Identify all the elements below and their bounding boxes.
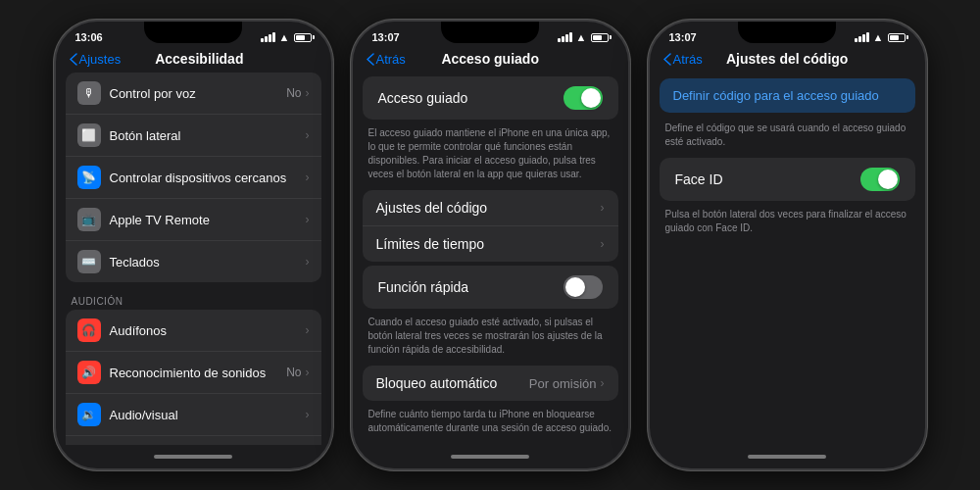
nav-title-1: Accesibilidad — [81, 51, 317, 67]
list-item[interactable]: ⌨️ Teclados › — [66, 241, 321, 282]
content-1: 🎙 Control por voz No › ⬜ Botón lateral ›… — [56, 73, 331, 445]
nav-bar-1: Ajustes Accesibilidad — [56, 49, 331, 73]
status-time-2: 13:07 — [372, 31, 400, 43]
list-group-top: 🎙 Control por voz No › ⬜ Botón lateral ›… — [66, 73, 321, 282]
face-id-desc: Pulsa el botón lateral dos veces para fi… — [650, 205, 925, 240]
chevron-icon: › — [601, 237, 605, 251]
section-audicion: AUDICIÓN — [56, 288, 331, 310]
nav-title-2: Acceso guiado — [367, 51, 614, 67]
highlight-label: Definir código para el acceso guiado — [673, 88, 902, 103]
chevron-icon: › — [601, 376, 605, 390]
list-item[interactable]: 🎧 Audífonos › — [66, 310, 321, 352]
chevron-icon: › — [306, 366, 310, 379]
battery-icon — [591, 33, 609, 42]
status-icons-2: ▲ — [558, 31, 609, 43]
wifi-icon: ▲ — [873, 31, 884, 43]
list-item[interactable]: ⬜ Botón lateral › — [66, 115, 321, 157]
chevron-icon: › — [306, 128, 310, 142]
item-icon: 🔊 — [77, 361, 101, 384]
acceso-guiado-toggle-row[interactable]: Acceso guiado — [363, 76, 618, 120]
phone-2: 13:07 ▲ Atrás Acceso guiado Acceso guiad… — [351, 20, 630, 470]
limites-tiempo-item[interactable]: Límites de tiempo › — [363, 226, 618, 262]
phone-3: 13:07 ▲ Atrás Ajustes del código Definir… — [648, 20, 927, 470]
funcion-rapida-toggle-row[interactable]: Función rápida — [363, 266, 618, 309]
define-codigo-desc: Define el código que se usará cuando el … — [650, 119, 925, 154]
list-item[interactable]: 🔊 Reconocimiento de sonidos No › — [66, 352, 321, 394]
home-indicator — [154, 455, 232, 459]
face-id-group: Face ID — [660, 158, 915, 201]
content-3: Definir código para el acceso guiado Def… — [650, 73, 925, 445]
chevron-icon: › — [306, 255, 310, 269]
home-indicator — [748, 455, 826, 459]
list-item[interactable]: 🔉 Audio/visual › — [66, 394, 321, 436]
chevron-icon: › — [306, 171, 310, 184]
p2-main-group: Acceso guiado — [363, 76, 618, 120]
item-icon: 🎧 — [77, 318, 101, 342]
bloqueo-desc: Define cuánto tiempo tarda tu iPhone en … — [353, 405, 628, 440]
phone-1: 13:06 ▲ Ajustes Accesibilidad 🎙 Control … — [54, 20, 333, 470]
list-item[interactable]: 🎙 Control por voz No › — [66, 73, 321, 115]
signal-icon — [855, 32, 869, 42]
bloqueo-right: Por omisión › — [529, 376, 605, 391]
status-time-1: 13:06 — [75, 31, 103, 43]
bottom-bar-2 — [353, 445, 628, 468]
acceso-guiado-toggle[interactable] — [564, 86, 603, 110]
status-time-3: 13:07 — [669, 31, 697, 43]
wifi-icon: ▲ — [279, 31, 290, 43]
funcion-desc: Cuando el acceso guiado esté activado, s… — [353, 313, 628, 362]
chevron-icon: › — [306, 86, 310, 100]
home-indicator — [451, 455, 529, 459]
bloqueo-automatico-item[interactable]: Bloqueo automático Por omisión › — [363, 366, 618, 401]
p2-funcion-group: Función rápida — [363, 266, 618, 309]
chevron-icon: › — [306, 408, 310, 421]
item-icon: 🎙 — [77, 81, 101, 105]
chevron-icon: › — [306, 323, 310, 337]
notch-1 — [144, 22, 242, 43]
item-icon: ⌨️ — [77, 250, 101, 273]
status-icons-1: ▲ — [261, 31, 312, 43]
chevron-icon: › — [601, 201, 605, 215]
p2-settings-group: Ajustes del código › Límites de tiempo › — [363, 190, 618, 262]
list-item[interactable]: 📺 Apple TV Remote › — [66, 199, 321, 241]
list-item[interactable]: 💬 Subtítulos › — [66, 436, 321, 445]
acceso-guiado-desc: El acceso guiado mantiene el iPhone en u… — [353, 123, 628, 186]
battery-icon — [888, 33, 906, 42]
signal-icon — [261, 32, 275, 42]
wifi-icon: ▲ — [576, 31, 587, 43]
item-icon: 📡 — [77, 166, 101, 189]
item-icon: 📺 — [77, 208, 101, 231]
list-item[interactable]: 📡 Controlar dispositivos cercanos › — [66, 157, 321, 199]
content-2: Acceso guiado El acceso guiado mantiene … — [353, 73, 628, 445]
bottom-bar-1 — [56, 445, 331, 468]
item-icon: ⬜ — [77, 123, 101, 147]
signal-icon — [558, 32, 572, 42]
list-group-audicion: 🎧 Audífonos › 🔊 Reconocimiento de sonido… — [66, 310, 321, 445]
chevron-icon: › — [306, 213, 310, 226]
item-icon: 🔉 — [77, 403, 101, 426]
nav-title-3: Ajustes del código — [663, 51, 911, 67]
define-codigo-item[interactable]: Definir código para el acceso guiado — [660, 78, 915, 113]
status-icons-3: ▲ — [855, 31, 906, 43]
funcion-rapida-toggle[interactable] — [564, 275, 603, 299]
bottom-bar-3 — [650, 445, 925, 468]
notch-2 — [441, 22, 539, 43]
p2-bloqueo-group: Bloqueo automático Por omisión › — [363, 366, 618, 401]
battery-icon — [294, 33, 312, 42]
nav-bar-2: Atrás Acceso guiado — [353, 49, 628, 73]
ajustes-codigo-item[interactable]: Ajustes del código › — [363, 190, 618, 226]
nav-bar-3: Atrás Ajustes del código — [650, 49, 925, 73]
face-id-toggle[interactable] — [860, 168, 900, 191]
notch-3 — [738, 22, 836, 43]
face-id-toggle-row[interactable]: Face ID — [660, 158, 915, 201]
